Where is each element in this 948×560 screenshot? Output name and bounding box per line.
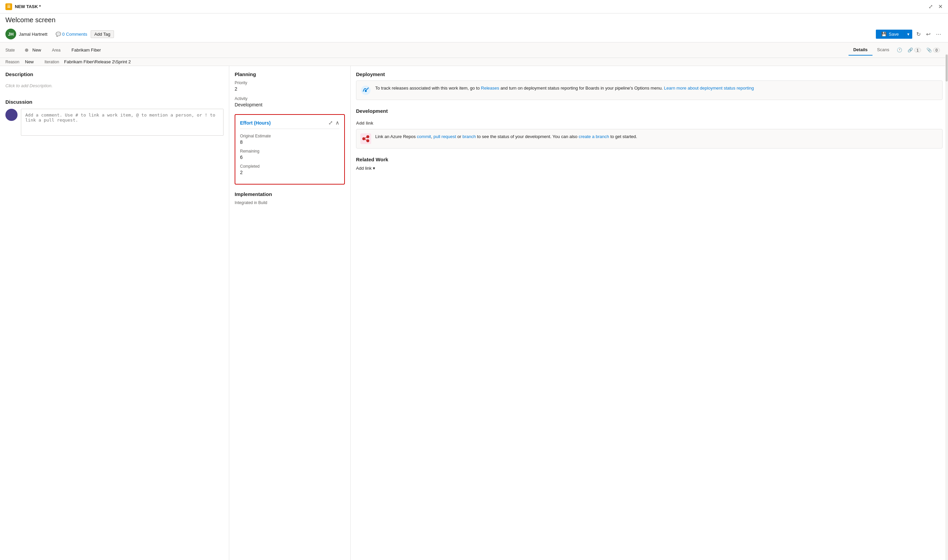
effort-collapse-button[interactable]: ∧ [335,120,340,126]
state-label: State [5,48,22,52]
links-button[interactable]: 🔗 1 [905,46,924,54]
priority-field: Priority 2 [235,80,345,92]
undo-button[interactable]: ↩ [925,30,932,39]
svg-point-1 [365,90,367,92]
tabs-container: Details Scans 🕐 🔗 1 📎 0 [849,45,943,55]
svg-rect-2 [360,133,371,144]
activity-label: Activity [235,96,345,101]
planning-title: Planning [235,71,345,77]
scrollbar-track [945,66,948,560]
activity-value[interactable]: Development [235,102,345,108]
work-item-title: Welcome screen [5,16,943,24]
comments-label: Comments [66,32,87,37]
deployment-text1: To track releases associated with this w… [375,86,481,91]
dev-text: Link an Azure Repos commit, pull request… [375,133,637,140]
integrated-in-build-field: Integrated in Build [235,200,345,205]
effort-title: Effort (Hours) [240,120,271,126]
original-estimate-label: Original Estimate [240,134,340,138]
effort-header-actions: ⤢ ∧ [328,120,340,126]
add-link-label: Add link [356,166,372,171]
activity-field: Activity Development [235,96,345,108]
remaining-label: Remaining [240,149,340,154]
branch-link[interactable]: branch [463,134,476,139]
svg-point-3 [363,137,365,140]
create-branch-link[interactable]: create a branch [579,134,609,139]
svg-point-4 [366,135,369,138]
deployment-text2: and turn on deployment status reporting … [499,86,664,91]
planning-section: Planning Priority 2 Activity Development [235,71,345,108]
reason-row: Reason New Iteration Fabrikam Fiber\Rele… [0,58,948,66]
effort-box: Effort (Hours) ⤢ ∧ Original Estimate 8 R… [235,114,345,185]
iteration-value[interactable]: Fabrikam Fiber\Release 2\Sprint 2 [64,59,131,64]
original-estimate-value[interactable]: 8 [240,139,340,145]
implementation-section: Implementation Integrated in Build [235,191,345,205]
dev-add-link-label[interactable]: Add link [356,120,943,126]
reason-label: Reason [5,60,22,64]
tab-scans[interactable]: Scans [872,45,894,55]
state-value[interactable]: New [32,48,41,52]
deployment-title: Deployment [356,71,943,77]
discussion-section: Discussion [5,99,224,136]
scrollbar-thumb[interactable] [946,66,948,82]
remaining-value[interactable]: 6 [240,155,340,160]
dev-text4: to see the status of your development. Y… [476,134,579,139]
completed-value[interactable]: 2 [240,170,340,175]
deployment-icon [360,85,371,95]
tab-details[interactable]: Details [849,45,872,55]
links-count: 1 [914,48,921,52]
user-area: JH Jamal Hartnett [5,29,48,39]
original-estimate-field: Original Estimate 8 [240,134,340,145]
remaining-field: Remaining 6 [240,149,340,160]
related-add-link-button[interactable]: Add link ▾ [356,166,375,171]
related-work-section: Related Work Add link ▾ [356,157,943,171]
comment-input[interactable] [21,109,224,136]
work-item-title-area: Welcome screen [0,14,948,24]
development-title: Development [356,108,388,114]
refresh-button[interactable]: ↻ [915,30,922,39]
chevron-down-icon: ▾ [373,166,375,171]
description-title: Description [5,71,224,77]
completed-field: Completed 2 [240,164,340,175]
pull-request-link[interactable]: pull request [434,134,456,139]
add-tag-button[interactable]: Add Tag [91,30,114,38]
dev-text5: to get started. [609,134,637,139]
description-section: Description Click to add Description. [5,71,224,91]
middle-panel: Planning Priority 2 Activity Development… [229,66,350,560]
iteration-field-group: Iteration Fabrikam Fiber\Release 2\Sprin… [45,59,131,64]
save-button-group: 💾 Save ▾ [876,30,912,39]
header-actions-row: JH Jamal Hartnett 💬 0 Comments Add Tag 💾… [0,27,948,42]
right-panel: Deployment To track releases associated … [350,66,948,560]
user-name: Jamal Hartnett [19,32,48,37]
commit-link[interactable]: commit [417,134,431,139]
dev-box: Link an Azure Repos commit, pull request… [356,129,943,149]
reason-field-group: Reason New [5,59,34,64]
title-bar: ☰ NEW TASK * ⤢ ✕ [0,0,948,14]
description-placeholder[interactable]: Click to add Description. [5,80,224,91]
save-dropdown-button[interactable]: ▾ [904,30,912,39]
comments-link[interactable]: 💬 0 Comments [56,32,87,37]
expand-button[interactable]: ⤢ [928,3,933,10]
deployment-section: Deployment To track releases associated … [356,71,943,100]
history-button[interactable]: 🕐 [894,46,905,54]
area-label: Area [52,48,69,52]
area-value[interactable]: Fabrikam Fiber [71,48,101,52]
releases-link[interactable]: Releases [481,86,499,91]
deployment-box: To track releases associated with this w… [356,80,943,100]
priority-label: Priority [235,80,345,85]
avatar: JH [5,29,16,39]
attachments-count: 0 [933,48,940,52]
learn-more-link[interactable]: Learn more about deployment status repor… [664,86,754,91]
priority-value[interactable]: 2 [235,86,345,92]
save-button[interactable]: 💾 Save [876,30,904,39]
close-button[interactable]: ✕ [938,3,943,10]
save-label: Save [889,32,899,37]
dev-icon [360,133,371,144]
effort-expand-button[interactable]: ⤢ [328,120,333,126]
title-bar-left: ☰ NEW TASK * [5,3,41,10]
discussion-title: Discussion [5,99,224,105]
reason-value[interactable]: New [25,59,34,64]
more-options-button[interactable]: ⋯ [934,30,943,39]
related-work-title: Related Work [356,157,388,162]
attachments-button[interactable]: 📎 0 [924,46,943,54]
attachment-icon: 📎 [926,48,932,52]
